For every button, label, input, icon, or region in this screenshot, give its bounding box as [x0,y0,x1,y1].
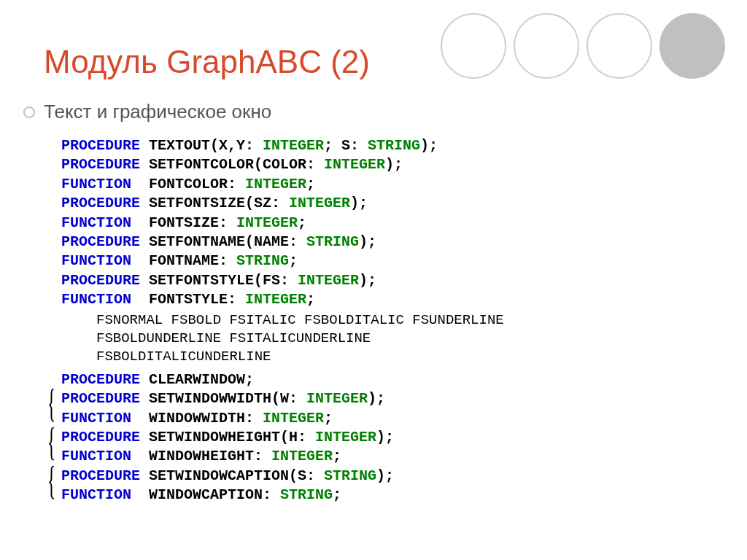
decorative-circles [441,13,725,79]
code-text: ; [324,410,333,427]
code-text: ); [385,156,403,173]
font-styles-text: FSNORMAL FSBOLD FSITALIC FSBOLDITALIC FS… [96,311,711,366]
keyword: PROCEDURE [61,467,140,484]
code-text: FONTCOLOR: [140,176,245,192]
code-text: SETWINDOWCAPTION(S: [140,467,324,484]
keyword: FUNCTION [61,448,140,464]
type: INTEGER [263,137,324,154]
type: INTEGER [271,448,333,464]
type: INTEGER [289,195,350,211]
brace-group-3: { PROCEDURE SETWINDOWCAPTION(S: STRING);… [61,467,711,505]
code-text: ; [333,448,341,464]
bullet-icon [23,106,35,118]
code-block-2: PROCEDURE CLEARWINDOW; [61,370,711,389]
type: INTEGER [236,214,298,231]
code-text: ); [368,390,385,407]
type: INTEGER [324,156,385,173]
code-text: ; [298,214,306,231]
code-text: SETWINDOWHEIGHT(H: [140,429,315,446]
brace-group-1: { PROCEDURE SETWINDOWWIDTH(W: INTEGER); … [61,389,711,428]
keyword: FUNCTION [61,410,140,427]
code-text: TEXTOUT(X,Y: [140,137,263,154]
type: INTEGER [315,429,376,446]
brace-group-2: { PROCEDURE SETWINDOWHEIGHT(H: INTEGER);… [61,428,711,467]
keyword: PROCEDURE [61,429,140,446]
code-text: WINDOWWIDTH: [140,410,263,427]
code-text: CLEARWINDOW; [140,371,254,388]
code-text: FONTNAME: [140,252,236,269]
code-text: ; [333,486,341,503]
code-block-1: PROCEDURE TEXTOUT(X,Y: INTEGER; S: STRIN… [61,136,711,310]
type: STRING [306,233,359,250]
type: INTEGER [245,176,306,192]
keyword: PROCEDURE [61,156,140,173]
code-text: ; [289,252,298,269]
circle-filled-icon [659,13,725,79]
code-text: ; [306,291,315,308]
code-text: FONTSTYLE: [140,291,245,308]
keyword: PROCEDURE [61,137,140,154]
code-text: ; [306,176,315,192]
type: INTEGER [306,390,368,407]
code-text: SETWINDOWWIDTH(W: [140,390,306,407]
code-text: ; S: [324,137,368,154]
code-text: SETFONTNAME(NAME: [140,233,306,250]
code-text: ); [359,272,376,289]
keyword: PROCEDURE [61,233,140,250]
brace-icon: { [47,384,56,424]
styles-row: FSBOLDUNDERLINE FSITALICUNDERLINE [96,330,371,346]
type: INTEGER [263,410,324,427]
keyword: PROCEDURE [61,390,140,407]
brace-icon: { [47,421,56,462]
code-text: ); [420,137,438,154]
type: STRING [280,486,333,503]
keyword: PROCEDURE [61,272,140,289]
type: INTEGER [245,291,306,308]
keyword: FUNCTION [61,214,140,231]
keyword: FUNCTION [61,176,140,192]
slide-subtitle: Текст и графическое окно [44,101,271,123]
brace-icon: { [47,460,56,500]
code-text: SETFONTSTYLE(FS: [140,272,298,289]
keyword: FUNCTION [61,252,140,269]
type: STRING [324,467,376,484]
code-text: ); [376,467,394,484]
code-text: ); [359,233,376,250]
styles-row: FSNORMAL FSBOLD FSITALIC FSBOLDITALIC FS… [96,312,504,328]
type: INTEGER [298,272,359,289]
keyword: PROCEDURE [61,371,140,388]
keyword: FUNCTION [61,486,140,503]
code-text: WINDOWHEIGHT: [140,448,271,464]
subtitle-row: Текст и графическое окно [23,101,711,123]
keyword: PROCEDURE [61,195,140,211]
type: STRING [236,252,289,269]
code-text: ); [350,195,368,211]
keyword: FUNCTION [61,291,140,308]
type: STRING [368,137,420,154]
circle-icon [514,13,579,79]
code-text: FONTSIZE: [140,214,236,231]
circle-icon [441,13,506,79]
styles-row: FSBOLDITALICUNDERLINE [96,349,271,365]
code-text: ); [376,429,394,446]
code-text: SETFONTCOLOR(COLOR: [140,156,324,173]
code-text: SETFONTSIZE(SZ: [140,195,289,211]
code-text: WINDOWCAPTION: [140,486,280,503]
circle-icon [587,13,652,79]
